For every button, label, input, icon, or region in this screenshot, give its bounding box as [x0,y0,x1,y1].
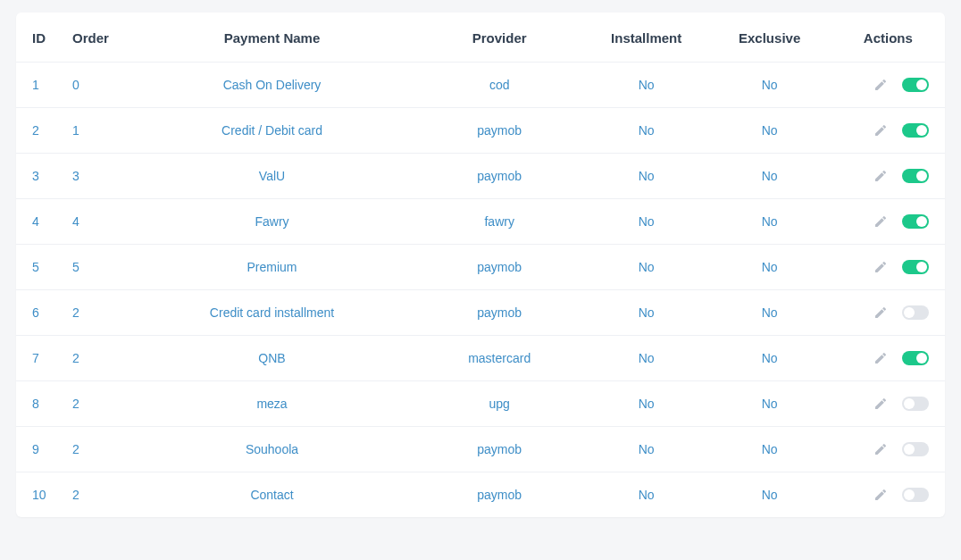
table-row: 33ValUpaymobNoNo [16,154,945,199]
col-exclusive: Exclusive [708,13,831,63]
table-row: 44FawryfawryNoNo [16,199,945,245]
enable-toggle[interactable] [902,397,929,411]
enable-toggle[interactable] [902,78,929,92]
cell-name: ValU [130,154,414,199]
cell-exclusive: No [708,154,831,199]
cell-actions [831,245,945,290]
cell-exclusive: No [708,63,831,108]
table-row: 82mezaupgNoNo [16,381,945,427]
cell-exclusive: No [708,199,831,245]
toggle-knob [916,125,927,136]
edit-icon[interactable] [873,169,888,183]
edit-icon[interactable] [873,78,888,92]
cell-exclusive: No [708,472,831,518]
edit-icon[interactable] [873,442,888,456]
cell-exclusive: No [708,108,831,154]
cell-actions [831,472,945,518]
cell-provider: paymob [414,290,585,336]
toggle-knob [916,353,927,364]
col-name: Payment Name [130,13,414,63]
cell-provider: paymob [414,154,585,199]
cell-name: meza [130,381,414,427]
cell-installment: No [585,199,708,245]
cell-actions [831,63,945,108]
edit-icon[interactable] [873,488,888,502]
toggle-knob [916,216,927,227]
edit-icon[interactable] [873,351,888,365]
cell-installment: No [585,336,708,381]
cell-id: 10 [16,472,63,518]
cell-actions [831,336,945,381]
cell-id: 8 [16,381,63,427]
enable-toggle[interactable] [902,351,929,365]
cell-name: Premium [130,245,414,290]
enable-toggle[interactable] [902,214,929,229]
cell-id: 7 [16,336,63,381]
cell-name: Cash On Delivery [130,63,414,108]
edit-icon[interactable] [873,214,888,229]
actions-wrap [840,351,929,365]
cell-order: 5 [63,245,130,290]
col-provider: Provider [414,13,585,63]
enable-toggle[interactable] [902,488,929,502]
cell-name: Credit / Debit card [130,108,414,154]
cell-order: 2 [63,290,130,336]
cell-name: Fawry [130,199,414,245]
toggle-knob [904,444,915,455]
cell-installment: No [585,154,708,199]
cell-provider: fawry [414,199,585,245]
cell-order: 4 [63,199,130,245]
cell-actions [831,199,945,245]
cell-exclusive: No [708,245,831,290]
table-header-row: ID Order Payment Name Provider Installme… [16,13,945,63]
enable-toggle[interactable] [902,169,929,183]
cell-order: 0 [63,63,130,108]
cell-id: 9 [16,427,63,472]
cell-exclusive: No [708,290,831,336]
cell-provider: paymob [414,472,585,518]
enable-toggle[interactable] [902,305,929,320]
enable-toggle[interactable] [902,123,929,138]
edit-icon[interactable] [873,123,888,138]
table-row: 55PremiumpaymobNoNo [16,245,945,290]
cell-installment: No [585,472,708,518]
cell-actions [831,154,945,199]
actions-wrap [840,78,929,92]
payments-card: ID Order Payment Name Provider Installme… [16,13,945,517]
edit-icon[interactable] [873,397,888,411]
edit-icon[interactable] [873,305,888,320]
toggle-knob [916,262,927,272]
cell-installment: No [585,245,708,290]
col-order: Order [63,13,130,63]
cell-provider: cod [414,63,585,108]
cell-order: 2 [63,427,130,472]
actions-wrap [840,169,929,183]
enable-toggle[interactable] [902,442,929,456]
cell-id: 4 [16,199,63,245]
actions-wrap [840,123,929,138]
toggle-knob [904,307,915,318]
cell-exclusive: No [708,427,831,472]
cell-installment: No [585,63,708,108]
cell-order: 1 [63,108,130,154]
enable-toggle[interactable] [902,260,929,274]
edit-icon[interactable] [873,260,888,274]
actions-wrap [840,442,929,456]
actions-wrap [840,214,929,229]
cell-name: Contact [130,472,414,518]
cell-exclusive: No [708,381,831,427]
toggle-knob [916,171,927,181]
actions-wrap [840,488,929,502]
table-row: 21Credit / Debit cardpaymobNoNo [16,108,945,154]
col-actions: Actions [831,13,945,63]
table-row: 62Credit card installmentpaymobNoNo [16,290,945,336]
table-row: 10Cash On DeliverycodNoNo [16,63,945,108]
cell-provider: paymob [414,427,585,472]
toggle-knob [904,398,915,409]
cell-name: QNB [130,336,414,381]
cell-installment: No [585,290,708,336]
cell-id: 6 [16,290,63,336]
cell-id: 1 [16,63,63,108]
cell-id: 3 [16,154,63,199]
cell-provider: upg [414,381,585,427]
